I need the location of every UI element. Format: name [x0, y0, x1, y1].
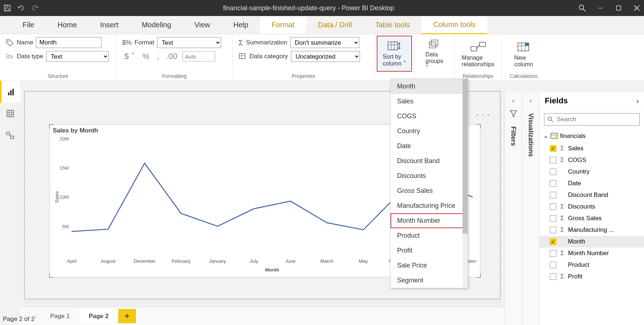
undo-icon[interactable]	[17, 4, 25, 12]
data-view-icon[interactable]	[0, 103, 20, 124]
data-groups-button[interactable]: Datagroups ˅	[420, 37, 448, 74]
comma-icon[interactable]: ,	[155, 51, 161, 62]
field-item[interactable]: ✓ΣSales	[540, 143, 644, 154]
filters-pane-collapsed[interactable]: ‹ Filters	[504, 92, 522, 325]
close-icon[interactable]	[633, 4, 640, 12]
decimals-input[interactable]	[183, 51, 215, 62]
expand-viz-icon[interactable]: ‹	[530, 97, 532, 104]
sort-menu-item[interactable]: Country	[391, 124, 468, 139]
currency-icon[interactable]: $ ˅	[122, 51, 137, 62]
sort-menu-item[interactable]: Month	[391, 79, 468, 94]
search-icon	[547, 116, 554, 123]
fields-search[interactable]	[544, 113, 640, 126]
tab-insert[interactable]: Insert	[89, 16, 130, 33]
group-formatting-label: Formatting	[122, 72, 227, 80]
scrollbar[interactable]	[463, 79, 468, 288]
decimal-icon[interactable]: .00	[164, 51, 180, 62]
checkbox[interactable]	[550, 203, 556, 210]
svg-rect-29	[10, 90, 12, 95]
fields-search-input[interactable]	[557, 116, 636, 123]
field-label: Date	[568, 180, 581, 187]
checkbox[interactable]	[550, 215, 556, 222]
manage-relationships-button[interactable]: Managerelationships	[460, 37, 496, 72]
checkbox[interactable]	[550, 227, 556, 233]
sort-menu-item[interactable]: Gross Sales	[391, 183, 468, 198]
filter-icon	[509, 110, 517, 118]
sort-menu-item[interactable]: Segment	[391, 273, 468, 288]
tab-file[interactable]: File	[11, 16, 46, 33]
checkbox[interactable]	[550, 192, 556, 198]
datatype-select[interactable]: Text	[46, 51, 109, 62]
checkbox[interactable]	[550, 250, 556, 257]
redo-icon[interactable]	[31, 4, 39, 12]
field-item[interactable]: ΣDiscounts	[540, 201, 644, 213]
tab-view[interactable]: View	[183, 16, 222, 33]
horizontal-scrollbar[interactable]	[24, 300, 501, 306]
sort-menu-item[interactable]: Profit	[391, 243, 468, 258]
report-view-icon[interactable]	[0, 81, 20, 103]
ribbon-tabs: File Home Insert Modeling View Help Form…	[0, 16, 644, 34]
name-input[interactable]	[36, 37, 101, 48]
search-icon[interactable]	[579, 4, 586, 12]
field-item[interactable]: ΣCOGS	[540, 154, 644, 166]
field-item[interactable]: Date	[540, 178, 644, 189]
save-icon[interactable]	[4, 4, 11, 12]
summarization-select[interactable]: Don't summarize	[290, 37, 359, 48]
sort-menu-item[interactable]: Discounts	[391, 169, 468, 183]
tab-column-tools[interactable]: Column tools	[421, 16, 487, 34]
group-structure-label: Structure	[6, 72, 110, 80]
visual-more-icon[interactable]: · · ·	[476, 110, 490, 119]
expand-filters-icon[interactable]: ‹	[512, 97, 515, 104]
datacategory-label: Data category	[249, 53, 288, 60]
new-column-button[interactable]: Newcolumn	[508, 37, 540, 72]
maximize-icon[interactable]	[615, 4, 622, 12]
svg-text:March: March	[320, 258, 333, 264]
field-item[interactable]: Country	[540, 166, 644, 178]
tab-modeling[interactable]: Modeling	[130, 16, 183, 33]
tab-data-drill[interactable]: Data / Drill	[306, 16, 363, 33]
svg-text:May: May	[359, 258, 368, 264]
tag-icon	[6, 39, 14, 46]
checkbox[interactable]: ✓	[550, 145, 556, 152]
datacategory-select[interactable]: Uncategorized	[291, 51, 360, 62]
table-node-financials[interactable]: ⌄ financials	[540, 129, 644, 143]
sort-menu-item[interactable]: Sale Price	[391, 258, 468, 273]
checkbox[interactable]	[550, 169, 556, 175]
sort-by-column-button[interactable]: Sort bycolumn ˅	[377, 36, 412, 72]
checkbox[interactable]	[550, 180, 556, 187]
field-label: COGS	[568, 156, 586, 164]
tab-home[interactable]: Home	[46, 16, 88, 33]
sort-menu-item[interactable]: Manufacturing Price	[391, 198, 468, 213]
visualizations-pane-collapsed[interactable]: ‹ Visualizations	[522, 92, 539, 325]
svg-rect-30	[12, 89, 14, 95]
field-item[interactable]: ✓Month	[540, 236, 644, 247]
page-tab-2[interactable]: Page 2	[79, 309, 118, 324]
add-page-button[interactable]: +	[118, 309, 136, 323]
checkbox[interactable]: ✓	[550, 238, 556, 245]
tab-format[interactable]: Format	[260, 16, 306, 33]
svg-text:15M: 15M	[60, 165, 69, 171]
field-item[interactable]: ΣMonth Number	[540, 247, 644, 259]
format-select[interactable]: Text	[157, 37, 221, 48]
minimize-icon[interactable]: ─	[597, 4, 604, 12]
sort-menu-item[interactable]: COGS	[391, 109, 468, 124]
sort-menu-item[interactable]: Sales	[391, 94, 468, 109]
sort-menu-item[interactable]: Month Number	[391, 213, 468, 228]
tab-table-tools[interactable]: Table tools	[364, 16, 422, 33]
checkbox[interactable]	[550, 157, 556, 163]
checkbox[interactable]	[550, 262, 556, 268]
expand-fields-icon[interactable]: ›	[636, 97, 639, 105]
model-view-icon[interactable]	[0, 124, 20, 146]
page-tab-1[interactable]: Page 1	[41, 309, 79, 324]
tab-help[interactable]: Help	[222, 16, 260, 33]
field-item[interactable]: Product	[540, 259, 644, 271]
checkbox[interactable]	[550, 273, 556, 280]
field-item[interactable]: Discount Band	[540, 189, 644, 201]
sort-menu-item[interactable]: Discount Band	[391, 154, 468, 169]
sort-menu-item[interactable]: Date	[391, 139, 468, 154]
field-item[interactable]: ΣProfit	[540, 271, 644, 282]
field-item[interactable]: ΣManufacturing ...	[540, 224, 644, 236]
field-item[interactable]: ΣGross Sales	[540, 213, 644, 224]
percent-icon[interactable]: %	[140, 51, 152, 62]
sort-menu-item[interactable]: Product	[391, 228, 468, 243]
